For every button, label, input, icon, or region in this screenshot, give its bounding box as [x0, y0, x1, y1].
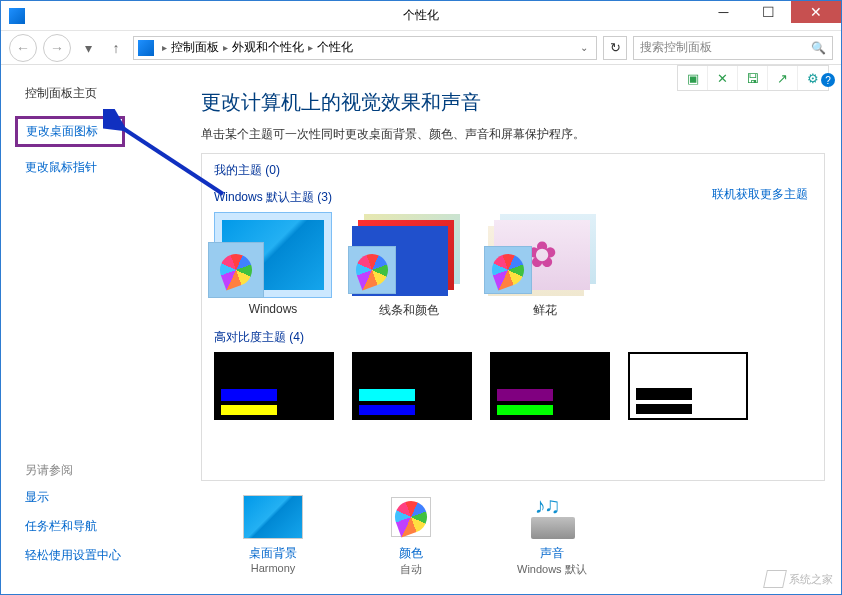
close-button[interactable]: ✕: [791, 1, 841, 23]
setting-value: 自动: [400, 562, 422, 577]
breadcrumb-icon: [138, 40, 154, 56]
search-input[interactable]: 搜索控制面板 🔍: [633, 36, 833, 60]
sidebar-link-change-desktop-icons[interactable]: 更改桌面图标: [15, 116, 125, 147]
setting-value: Windows 默认: [517, 562, 587, 577]
breadcrumb-item[interactable]: 外观和个性化: [232, 39, 304, 56]
quick-actions: ▣ ✕ 🖫 ↗ ⚙: [677, 65, 829, 91]
section-my-themes: 我的主题 (0): [214, 162, 812, 179]
theme-hc-black[interactable]: [490, 352, 610, 420]
sidebar-heading: 控制面板主页: [25, 85, 201, 102]
chevron-right-icon: ▸: [162, 42, 167, 53]
theme-flowers[interactable]: 鲜花: [486, 212, 604, 319]
setting-label: 颜色: [399, 545, 423, 562]
theme-label: 鲜花: [533, 302, 557, 319]
see-also-heading: 另请参阅: [25, 462, 121, 479]
section-high-contrast: 高对比度主题 (4): [214, 329, 812, 346]
background-icon: [241, 493, 305, 541]
theme-container: 我的主题 (0) 联机获取更多主题 Windows 默认主题 (3) Windo…: [201, 153, 825, 481]
search-placeholder: 搜索控制面板: [640, 39, 712, 56]
app-icon: [9, 8, 25, 24]
setting-color[interactable]: 颜色 自动: [379, 493, 443, 577]
qa-share-icon[interactable]: ↗: [768, 66, 798, 90]
sound-icon: ♪♫: [520, 493, 584, 541]
theme-hc-1[interactable]: [214, 352, 334, 420]
breadcrumb-item[interactable]: 个性化: [317, 39, 353, 56]
main-description: 单击某个主题可一次性同时更改桌面背景、颜色、声音和屏幕保护程序。: [201, 126, 825, 143]
sidebar: 控制面板主页 更改桌面图标 更改鼠标指针 另请参阅 显示 任务栏和导航 轻松使用…: [1, 65, 201, 594]
help-icon[interactable]: ?: [821, 73, 835, 87]
color-icon: [379, 493, 443, 541]
see-also: 另请参阅 显示 任务栏和导航 轻松使用设置中心: [25, 462, 121, 576]
sidebar-link-ease-of-access[interactable]: 轻松使用设置中心: [25, 547, 121, 564]
online-themes-link[interactable]: 联机获取更多主题: [712, 186, 808, 203]
theme-windows[interactable]: Windows: [214, 212, 332, 319]
color-fan-icon: [208, 242, 264, 298]
back-button[interactable]: ←: [9, 34, 37, 62]
qa-new-icon[interactable]: ▣: [678, 66, 708, 90]
content-area: 控制面板主页 更改桌面图标 更改鼠标指针 另请参阅 显示 任务栏和导航 轻松使用…: [1, 65, 841, 594]
window-title: 个性化: [403, 7, 439, 24]
default-themes-row: Windows 线条和颜色 鲜花: [214, 212, 812, 319]
theme-thumb-flowers: [486, 212, 604, 298]
main-panel: 更改计算机上的视觉效果和声音 单击某个主题可一次性同时更改桌面背景、颜色、声音和…: [201, 65, 841, 594]
chevron-right-icon: ▸: [308, 42, 313, 53]
chevron-right-icon: ▸: [223, 42, 228, 53]
setting-sound[interactable]: ♪♫ 声音 Windows 默认: [517, 493, 587, 577]
theme-label: Windows: [249, 302, 298, 316]
breadcrumb[interactable]: ▸ 控制面板 ▸ 外观和个性化 ▸ 个性化 ⌄: [133, 36, 597, 60]
sidebar-link-change-mouse-pointers[interactable]: 更改鼠标指针: [25, 159, 201, 176]
titlebar: 个性化 ─ ☐ ✕: [1, 1, 841, 31]
breadcrumb-item[interactable]: 控制面板: [171, 39, 219, 56]
setting-value: Harmony: [251, 562, 296, 574]
theme-hc-2[interactable]: [352, 352, 472, 420]
up-button[interactable]: ▾: [77, 37, 99, 59]
sidebar-link-display[interactable]: 显示: [25, 489, 121, 506]
toolbar: ← → ▾ ↑ ▸ 控制面板 ▸ 外观和个性化 ▸ 个性化 ⌄ ↻ 搜索控制面板…: [1, 31, 841, 65]
qa-save-icon[interactable]: 🖫: [738, 66, 768, 90]
minimize-button[interactable]: ─: [701, 1, 746, 23]
theme-thumb-lines: [350, 212, 468, 298]
up-level-button[interactable]: ↑: [105, 37, 127, 59]
high-contrast-row: [214, 352, 812, 420]
main-heading: 更改计算机上的视觉效果和声音: [201, 89, 825, 116]
theme-lines-colors[interactable]: 线条和颜色: [350, 212, 468, 319]
theme-thumb-windows: [214, 212, 332, 298]
color-fan-icon: [348, 246, 396, 294]
setting-desktop-background[interactable]: 桌面背景 Harmony: [241, 493, 305, 577]
setting-label: 声音: [540, 545, 564, 562]
qa-cancel-icon[interactable]: ✕: [708, 66, 738, 90]
theme-label: 线条和颜色: [379, 302, 439, 319]
setting-label: 桌面背景: [249, 545, 297, 562]
sidebar-link-taskbar-nav[interactable]: 任务栏和导航: [25, 518, 121, 535]
refresh-button[interactable]: ↻: [603, 36, 627, 60]
theme-hc-white[interactable]: [628, 352, 748, 420]
window-controls: ─ ☐ ✕: [701, 1, 841, 23]
color-fan-icon: [484, 246, 532, 294]
forward-button[interactable]: →: [43, 34, 71, 62]
bottom-settings: 桌面背景 Harmony 颜色 自动 ♪♫ 声音 Windows 默认: [201, 493, 825, 577]
maximize-button[interactable]: ☐: [746, 1, 791, 23]
breadcrumb-dropdown-icon[interactable]: ⌄: [576, 42, 592, 53]
search-icon: 🔍: [811, 41, 826, 55]
